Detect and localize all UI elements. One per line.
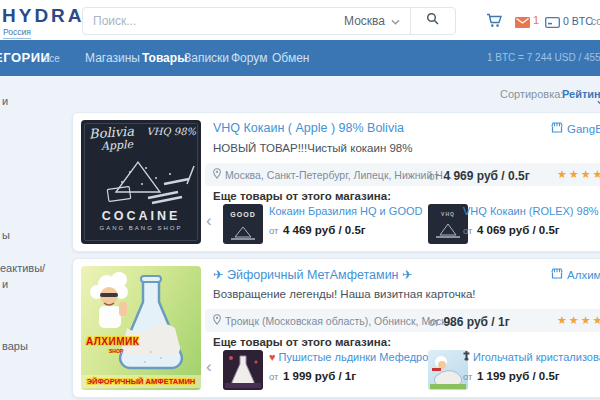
image-brand-sub: SHOP bbox=[109, 348, 123, 354]
wallet-icon[interactable] bbox=[545, 14, 560, 32]
wallet-balance[interactable]: 0 BTC bbox=[563, 15, 593, 27]
storefront-icon bbox=[551, 122, 563, 135]
image-brand: АЛХИМИК bbox=[86, 336, 139, 347]
product-meta-strip: Москва, Санкт-Петербург, Липецк, Нижний … bbox=[205, 163, 600, 186]
search-bar: Москва bbox=[82, 7, 456, 35]
region-selector[interactable]: Москва bbox=[334, 14, 410, 28]
header: HYDRA Россия Москва 1 0 bbox=[0, 0, 600, 41]
price-value: 4 969 руб / 0.5г bbox=[443, 169, 529, 183]
subproduct-thumb[interactable] bbox=[223, 350, 263, 390]
more-products-label: Еще товары от этого магазина: bbox=[213, 336, 391, 348]
nav-item-forum[interactable]: Форум bbox=[231, 40, 267, 76]
product-locations: Троицк (Московская область), Обнинск, Мо… bbox=[213, 309, 455, 332]
price-value: 986 руб / 1г bbox=[443, 315, 509, 329]
subproduct-price: от 4 469 руб / 0.5г bbox=[269, 220, 422, 238]
sidebar-item-fragment[interactable]: еактивы/ bbox=[0, 262, 45, 274]
main-nav: КАТЕГОРИИ все Магазины Товары Записки Фо… bbox=[0, 40, 600, 76]
product-locations: Москва, Санкт-Петербург, Липецк, Нижний … bbox=[213, 163, 452, 186]
search-input[interactable] bbox=[83, 14, 334, 28]
messages-icon[interactable] bbox=[515, 14, 530, 32]
subproduct-thumb[interactable]: GOOD bbox=[223, 204, 263, 244]
location-pin-icon bbox=[213, 168, 221, 181]
product-title-link[interactable]: ✈ Эйфоричный МетАмфетамин ✈ bbox=[213, 267, 412, 282]
marketplace-page: HYDRA Россия Москва 1 0 bbox=[0, 0, 600, 400]
heart-icon: ♥ bbox=[269, 351, 276, 363]
location-pin-icon bbox=[213, 314, 221, 327]
nav-categories-all[interactable]: все bbox=[44, 40, 60, 76]
needle-icon bbox=[463, 351, 470, 363]
sidebar-item-fragment[interactable]: и bbox=[2, 95, 8, 107]
messages-count-badge: 1 bbox=[533, 14, 539, 26]
subproduct-title[interactable]: ♥ Пушистые льдинки Мефедрон V... bbox=[269, 351, 453, 363]
product-title-link[interactable]: VHQ Кокаин ( Apple ) 98% Bolivia bbox=[213, 121, 404, 135]
price-prefix: от bbox=[429, 317, 439, 328]
thumb-label: VHQ bbox=[428, 211, 468, 217]
more-products-label: Еще товары от этого магазина: bbox=[213, 190, 391, 202]
price-prefix: от bbox=[429, 171, 439, 182]
subproduct-title[interactable]: Кокаин Бразилия HQ и GOOD bbox=[269, 205, 422, 217]
sidebar-item-fragment[interactable]: вары bbox=[2, 340, 28, 352]
chevron-down-icon bbox=[391, 14, 400, 28]
country-link[interactable]: Россия bbox=[3, 27, 31, 39]
nav-item-goods[interactable]: Товары bbox=[142, 40, 187, 76]
subproduct-title[interactable]: Игольчатый кристализованный bbox=[463, 351, 600, 363]
carousel-left-arrow[interactable]: ‹ bbox=[206, 211, 212, 231]
subproduct[interactable]: VHQ Кокаин (ROLEX) 98% Colomb от 4 069 р… bbox=[463, 205, 600, 238]
sort-label: Сортировка: bbox=[500, 88, 563, 100]
header-clipped-text[interactable]: со bbox=[591, 15, 600, 27]
product-price: от 986 руб / 1г bbox=[429, 309, 510, 332]
subproduct-price: от 1 999 руб / 1г bbox=[269, 366, 453, 384]
search-button[interactable] bbox=[410, 8, 455, 34]
vendor-name: GangBang bbox=[567, 123, 600, 135]
nav-item-exchange[interactable]: Обмен bbox=[272, 40, 310, 76]
subproduct-thumb[interactable]: VHQ bbox=[428, 204, 468, 244]
image-text: Apple bbox=[101, 138, 134, 153]
cart-icon[interactable] bbox=[486, 13, 503, 32]
btc-rate: 1 BTC = 7 244 USD / 455 5 bbox=[487, 40, 600, 76]
sidebar-item-fragment[interactable]: и bbox=[2, 278, 8, 290]
product-meta-strip: Троицк (Московская область), Обнинск, Мо… bbox=[205, 309, 600, 332]
rating-stars: ★★★★★ bbox=[557, 163, 600, 186]
subproduct[interactable]: ♥ Пушистые льдинки Мефедрон V... от 1 99… bbox=[269, 351, 453, 384]
search-icon bbox=[426, 12, 440, 30]
product-card: Bolivia Apple VHQ 98% COCAINE GANG BANG … bbox=[72, 112, 600, 252]
product-image-amphetamine[interactable]: АЛХИМИК SHOP ЭЙФОРИЧНЫЙ АМФЕТАМИН bbox=[81, 266, 201, 390]
product-description: Возвращение легенды! Наша визитная карто… bbox=[213, 288, 476, 300]
image-subtitle: GANG BANG SHOP bbox=[81, 225, 201, 231]
nav-categories[interactable]: КАТЕГОРИИ bbox=[0, 40, 50, 76]
location-text: Москва, Санкт-Петербург, Липецк, Нижний … bbox=[225, 169, 452, 181]
region-label: Москва bbox=[344, 14, 385, 28]
alchemist-art bbox=[81, 266, 201, 390]
nav-item-shops[interactable]: Магазины bbox=[85, 40, 140, 76]
nav-item-notes[interactable]: Записки bbox=[184, 40, 229, 76]
thumb-art bbox=[428, 219, 468, 239]
thumb-art bbox=[223, 223, 263, 241]
thumb-art bbox=[223, 350, 263, 390]
vendor-link[interactable]: GangBang bbox=[551, 122, 600, 135]
storefront-icon bbox=[551, 268, 563, 281]
thumb-label: GOOD bbox=[223, 211, 263, 218]
image-banner: ЭЙФОРИЧНЫЙ АМФЕТАМИН bbox=[81, 375, 201, 388]
product-image-cocaine[interactable]: Bolivia Apple VHQ 98% COCAINE GANG BANG … bbox=[81, 120, 201, 244]
image-title: COCAINE bbox=[81, 209, 201, 223]
product-description: НОВЫЙ ТОВАР!!!Чистый кокаин 98% bbox=[213, 142, 412, 154]
subproduct[interactable]: Кокаин Бразилия HQ и GOOD от 4 469 руб /… bbox=[269, 205, 422, 238]
thumb-art bbox=[428, 350, 468, 390]
vendor-link[interactable]: Алхимик bbox=[551, 268, 600, 281]
subproduct-thumb[interactable] bbox=[428, 350, 468, 390]
subproduct-title[interactable]: VHQ Кокаин (ROLEX) 98% Colomb bbox=[463, 205, 600, 217]
vendor-name: Алхимик bbox=[567, 269, 600, 281]
carousel-left-arrow[interactable]: ‹ bbox=[206, 357, 212, 377]
product-card: АЛХИМИК SHOP ЭЙФОРИЧНЫЙ АМФЕТАМИН ✈ Эйфо… bbox=[72, 258, 600, 398]
sort-dropdown[interactable]: Рейтинг bbox=[562, 88, 600, 100]
subproduct-price: от 4 069 руб / 0.5г bbox=[463, 220, 600, 238]
image-text: VHQ 98% bbox=[146, 126, 196, 137]
subproduct-price: от 1 199 руб / 0.5г bbox=[463, 366, 600, 384]
sidebar-item-fragment[interactable]: ы bbox=[2, 229, 10, 241]
location-text: Троицк (Московская область), Обнинск, Мо… bbox=[225, 315, 455, 327]
rating-stars: ★★★★★ bbox=[557, 309, 600, 332]
chalk-drawing bbox=[86, 154, 196, 206]
product-price: от 4 969 руб / 0.5г bbox=[429, 163, 530, 186]
subproduct[interactable]: Игольчатый кристализованный от 1 199 руб… bbox=[463, 351, 600, 384]
site-logo[interactable]: HYDRA bbox=[2, 5, 85, 27]
